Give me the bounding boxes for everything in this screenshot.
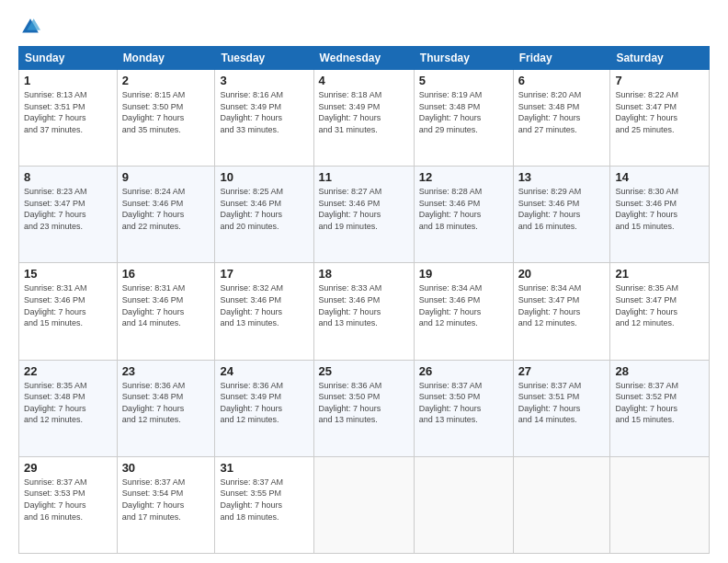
calendar-cell: 3Sunrise: 8:16 AMSunset: 3:49 PMDaylight… [215,70,313,167]
day-info: Sunrise: 8:23 AMSunset: 3:47 PMDaylight:… [24,187,87,231]
day-number: 8 [24,170,112,184]
calendar-cell: 10Sunrise: 8:25 AMSunset: 3:46 PMDayligh… [215,167,313,263]
day-info: Sunrise: 8:34 AMSunset: 3:46 PMDaylight:… [419,283,483,327]
calendar-cell: 30Sunrise: 8:37 AMSunset: 3:54 PMDayligh… [117,456,215,553]
day-info: Sunrise: 8:37 AMSunset: 3:50 PMDaylight:… [419,381,483,425]
day-info: Sunrise: 8:24 AMSunset: 3:46 PMDaylight:… [122,187,186,231]
day-number: 24 [220,364,308,378]
day-info: Sunrise: 8:28 AMSunset: 3:46 PMDaylight:… [419,187,483,231]
day-info: Sunrise: 8:19 AMSunset: 3:48 PMDaylight:… [419,90,483,134]
calendar-cell [513,456,610,553]
day-info: Sunrise: 8:37 AMSunset: 3:52 PMDaylight:… [615,381,678,425]
calendar-cell: 21Sunrise: 8:35 AMSunset: 3:47 PMDayligh… [610,263,710,360]
calendar-cell [414,456,513,553]
day-info: Sunrise: 8:35 AMSunset: 3:48 PMDaylight:… [24,381,87,425]
calendar-cell: 27Sunrise: 8:37 AMSunset: 3:51 PMDayligh… [513,360,610,456]
day-info: Sunrise: 8:37 AMSunset: 3:55 PMDaylight:… [220,477,283,522]
calendar-cell: 15Sunrise: 8:31 AMSunset: 3:46 PMDayligh… [19,263,118,360]
logo-icon [20,17,40,37]
day-info: Sunrise: 8:36 AMSunset: 3:49 PMDaylight:… [220,381,283,425]
day-number: 20 [518,267,606,281]
day-number: 22 [24,364,112,378]
calendar-week-5: 29Sunrise: 8:37 AMSunset: 3:53 PMDayligh… [19,456,710,553]
calendar-cell: 31Sunrise: 8:37 AMSunset: 3:55 PMDayligh… [215,456,313,553]
day-number: 21 [615,267,704,281]
day-info: Sunrise: 8:29 AMSunset: 3:46 PMDaylight:… [518,187,582,231]
day-number: 31 [220,461,308,475]
day-info: Sunrise: 8:18 AMSunset: 3:49 PMDaylight:… [319,90,382,134]
day-info: Sunrise: 8:30 AMSunset: 3:46 PMDaylight:… [615,187,678,231]
day-info: Sunrise: 8:32 AMSunset: 3:46 PMDaylight:… [220,283,283,327]
calendar-cell: 20Sunrise: 8:34 AMSunset: 3:47 PMDayligh… [513,263,610,360]
calendar-week-3: 15Sunrise: 8:31 AMSunset: 3:46 PMDayligh… [19,263,710,360]
calendar-cell: 1Sunrise: 8:13 AMSunset: 3:51 PMDaylight… [19,70,118,167]
calendar-cell: 28Sunrise: 8:37 AMSunset: 3:52 PMDayligh… [610,360,710,456]
day-info: Sunrise: 8:16 AMSunset: 3:49 PMDaylight:… [220,90,283,134]
day-number: 16 [122,267,210,281]
day-info: Sunrise: 8:22 AMSunset: 3:47 PMDaylight:… [615,90,678,134]
calendar-cell: 29Sunrise: 8:37 AMSunset: 3:53 PMDayligh… [19,456,118,553]
calendar-cell: 19Sunrise: 8:34 AMSunset: 3:46 PMDayligh… [414,263,513,360]
calendar-cell: 4Sunrise: 8:18 AMSunset: 3:49 PMDaylight… [313,70,414,167]
calendar-cell [610,456,710,553]
calendar-header-thursday: Thursday [414,47,513,70]
day-number: 12 [419,170,508,184]
day-info: Sunrise: 8:20 AMSunset: 3:48 PMDaylight:… [518,90,582,134]
day-number: 26 [419,364,508,378]
calendar-cell: 26Sunrise: 8:37 AMSunset: 3:50 PMDayligh… [414,360,513,456]
day-number: 25 [319,364,409,378]
day-info: Sunrise: 8:15 AMSunset: 3:50 PMDaylight:… [122,90,186,134]
calendar-cell: 11Sunrise: 8:27 AMSunset: 3:46 PMDayligh… [313,167,414,263]
calendar-cell [313,456,414,553]
day-number: 7 [615,74,704,87]
day-number: 23 [122,364,210,378]
calendar-header-row: SundayMondayTuesdayWednesdayThursdayFrid… [19,47,710,70]
calendar-cell: 17Sunrise: 8:32 AMSunset: 3:46 PMDayligh… [215,263,313,360]
day-info: Sunrise: 8:13 AMSunset: 3:51 PMDaylight:… [24,90,87,134]
day-number: 9 [122,170,210,184]
calendar-cell: 2Sunrise: 8:15 AMSunset: 3:50 PMDaylight… [117,70,215,167]
calendar-cell: 18Sunrise: 8:33 AMSunset: 3:46 PMDayligh… [313,263,414,360]
calendar-table: SundayMondayTuesdayWednesdayThursdayFrid… [18,46,710,554]
calendar-header-friday: Friday [513,47,610,70]
calendar-week-1: 1Sunrise: 8:13 AMSunset: 3:51 PMDaylight… [19,70,710,167]
day-info: Sunrise: 8:33 AMSunset: 3:46 PMDaylight:… [319,283,382,327]
calendar-cell: 22Sunrise: 8:35 AMSunset: 3:48 PMDayligh… [19,360,118,456]
calendar-cell: 24Sunrise: 8:36 AMSunset: 3:49 PMDayligh… [215,360,313,456]
calendar-cell: 12Sunrise: 8:28 AMSunset: 3:46 PMDayligh… [414,167,513,263]
calendar-cell: 5Sunrise: 8:19 AMSunset: 3:48 PMDaylight… [414,70,513,167]
day-number: 15 [24,267,112,281]
day-number: 19 [419,267,508,281]
day-info: Sunrise: 8:37 AMSunset: 3:53 PMDaylight:… [24,477,87,522]
day-info: Sunrise: 8:25 AMSunset: 3:46 PMDaylight:… [220,187,283,231]
header [18,17,710,37]
day-number: 11 [319,170,409,184]
day-number: 3 [220,74,308,87]
day-info: Sunrise: 8:27 AMSunset: 3:46 PMDaylight:… [319,187,382,231]
calendar-cell: 6Sunrise: 8:20 AMSunset: 3:48 PMDaylight… [513,70,610,167]
calendar-header-wednesday: Wednesday [313,47,414,70]
day-number: 6 [518,74,606,87]
calendar-cell: 14Sunrise: 8:30 AMSunset: 3:46 PMDayligh… [610,167,710,263]
day-number: 17 [220,267,308,281]
day-number: 29 [24,461,112,475]
calendar-body: 1Sunrise: 8:13 AMSunset: 3:51 PMDaylight… [19,70,710,554]
day-number: 27 [518,364,606,378]
calendar-header-tuesday: Tuesday [215,47,313,70]
day-info: Sunrise: 8:35 AMSunset: 3:47 PMDaylight:… [615,283,678,327]
day-number: 28 [615,364,704,378]
logo [18,17,44,37]
day-number: 14 [615,170,704,184]
day-info: Sunrise: 8:37 AMSunset: 3:51 PMDaylight:… [518,381,582,425]
day-info: Sunrise: 8:31 AMSunset: 3:46 PMDaylight:… [122,283,186,327]
calendar-cell: 13Sunrise: 8:29 AMSunset: 3:46 PMDayligh… [513,167,610,263]
day-info: Sunrise: 8:36 AMSunset: 3:50 PMDaylight:… [319,381,382,425]
day-number: 18 [319,267,409,281]
calendar-header-monday: Monday [117,47,215,70]
day-info: Sunrise: 8:36 AMSunset: 3:48 PMDaylight:… [122,381,186,425]
calendar-cell: 7Sunrise: 8:22 AMSunset: 3:47 PMDaylight… [610,70,710,167]
day-number: 2 [122,74,210,87]
day-number: 30 [122,461,210,475]
day-info: Sunrise: 8:34 AMSunset: 3:47 PMDaylight:… [518,283,582,327]
day-info: Sunrise: 8:37 AMSunset: 3:54 PMDaylight:… [122,477,186,522]
